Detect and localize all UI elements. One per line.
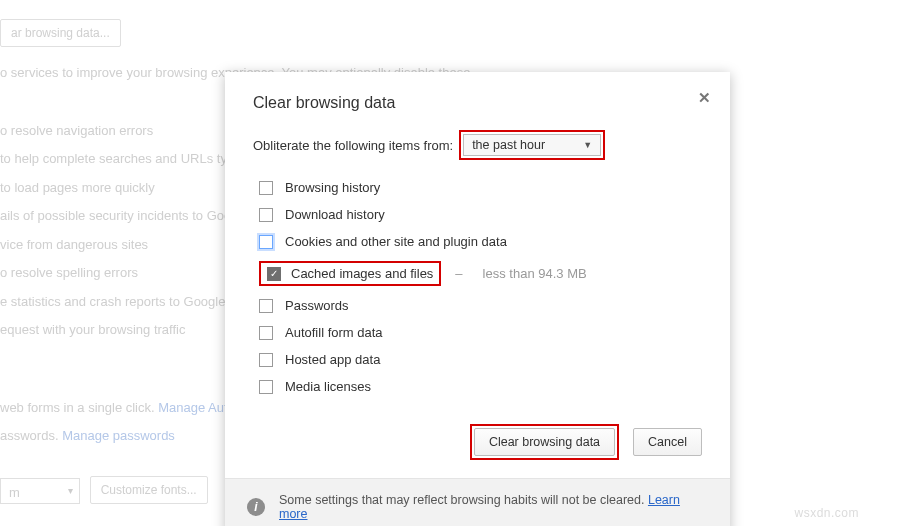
label-passwords: Passwords bbox=[285, 298, 349, 313]
checkbox-cookies[interactable] bbox=[259, 235, 273, 249]
chevron-down-icon: ▼ bbox=[583, 140, 592, 150]
checkbox-cached[interactable] bbox=[267, 267, 281, 281]
dialog-title: Clear browsing data bbox=[253, 94, 702, 112]
checkbox-media[interactable] bbox=[259, 380, 273, 394]
time-range-value: the past hour bbox=[472, 138, 545, 152]
obliterate-prompt: Obliterate the following items from: bbox=[253, 138, 453, 153]
cancel-button[interactable]: Cancel bbox=[633, 428, 702, 456]
label-autofill: Autofill form data bbox=[285, 325, 383, 340]
bg-select: m bbox=[0, 478, 80, 504]
dialog-footer: i Some settings that may reflect browsin… bbox=[225, 478, 730, 526]
footer-text: Some settings that may reflect browsing … bbox=[279, 493, 648, 507]
label-cached: Cached images and files bbox=[291, 266, 433, 281]
checkbox-hosted[interactable] bbox=[259, 353, 273, 367]
checkbox-download-history[interactable] bbox=[259, 208, 273, 222]
checkbox-passwords[interactable] bbox=[259, 299, 273, 313]
time-range-select[interactable]: the past hour ▼ bbox=[463, 134, 601, 156]
cached-size-note: less than 94.3 MB bbox=[483, 266, 587, 281]
bg-button-clear: ar browsing data... bbox=[0, 19, 121, 47]
clear-button-highlight: Clear browsing data bbox=[470, 424, 619, 460]
watermark: wsxdn.com bbox=[794, 504, 859, 522]
label-cookies: Cookies and other site and plugin data bbox=[285, 234, 507, 249]
clear-browsing-data-dialog: ✕ Clear browsing data Obliterate the fol… bbox=[225, 72, 730, 526]
checkbox-browsing-history[interactable] bbox=[259, 181, 273, 195]
label-hosted: Hosted app data bbox=[285, 352, 380, 367]
clear-browsing-data-button[interactable]: Clear browsing data bbox=[474, 428, 615, 456]
bg-customize-fonts: Customize fonts... bbox=[90, 476, 208, 504]
label-media: Media licenses bbox=[285, 379, 371, 394]
cached-highlight: Cached images and files bbox=[259, 261, 441, 286]
checkbox-autofill[interactable] bbox=[259, 326, 273, 340]
label-browsing-history: Browsing history bbox=[285, 180, 380, 195]
info-icon: i bbox=[247, 498, 265, 516]
time-range-highlight: the past hour ▼ bbox=[459, 130, 605, 160]
close-icon[interactable]: ✕ bbox=[696, 90, 712, 106]
label-download-history: Download history bbox=[285, 207, 385, 222]
